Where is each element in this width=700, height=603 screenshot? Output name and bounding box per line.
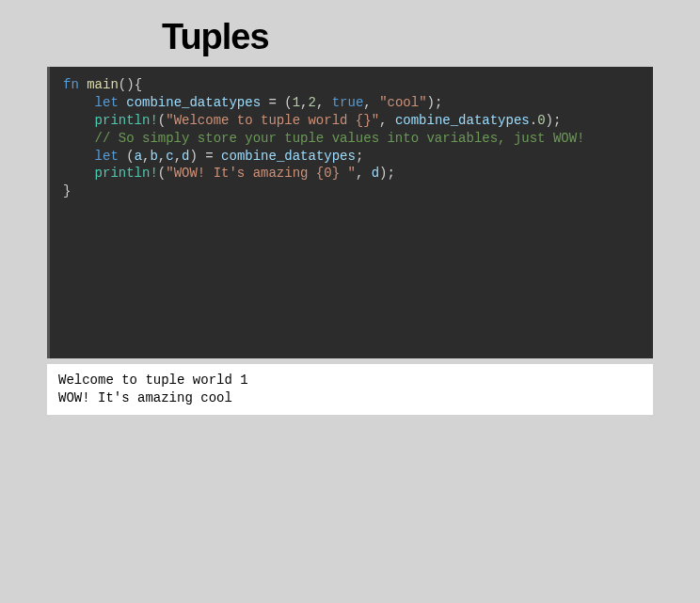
macro-println: println! (95, 113, 158, 128)
code-line: println!("WOW! It's amazing {0} ", d); (63, 165, 640, 182)
indent (63, 113, 95, 128)
punct: ); (427, 95, 443, 110)
ident-c: c (166, 149, 173, 164)
code-line: fn main(){ (63, 76, 640, 94)
keyword-true: true (332, 95, 364, 110)
ident-a: a (135, 149, 142, 164)
keyword-let: let (95, 149, 119, 164)
number-literal: 2 (308, 95, 315, 110)
punct: ; (356, 149, 363, 164)
code-line: let combine_datatypes = (1,2, true, "coo… (63, 94, 640, 112)
ident-b: b (150, 149, 157, 164)
indent (63, 95, 95, 110)
punct: , (316, 95, 332, 110)
string-literal: "WOW! It's amazing {0} " (166, 166, 356, 181)
comment: // So simply store your tuple values int… (95, 131, 585, 146)
keyword-let: let (95, 95, 119, 110)
punct: , (174, 149, 182, 164)
macro-println: println! (95, 166, 158, 181)
number-literal: 1 (293, 95, 300, 110)
ident-d: d (372, 166, 379, 181)
punct: ( (119, 149, 135, 164)
punct: (){ (119, 77, 142, 92)
punct-brace-close: } (63, 183, 71, 198)
punct: ( (158, 166, 166, 181)
punct: ); (546, 113, 562, 128)
punct: . (530, 113, 537, 128)
code-line: // So simply store your tuple values int… (63, 130, 640, 148)
ident-main: main (87, 77, 119, 92)
indent (63, 131, 95, 146)
code-line: let (a,b,c,d) = combine_datatypes; (63, 148, 640, 166)
page-title: Tuples (162, 17, 700, 57)
code-line: } (63, 182, 640, 200)
ident-var: combine_datatypes (221, 149, 356, 164)
output-block: Welcome to tuple world 1WOW! It's amazin… (47, 364, 653, 415)
punct: ); (379, 166, 395, 181)
punct: , (379, 113, 395, 128)
indent (63, 149, 95, 164)
number-literal: 0 (537, 113, 545, 128)
output-line: WOW! It's amazing cool (58, 389, 642, 407)
page-container: Tuples fn main(){ let combine_datatypes … (0, 17, 700, 415)
punct: ) = (189, 149, 221, 164)
code-block: fn main(){ let combine_datatypes = (1,2,… (47, 67, 653, 358)
punct: , (356, 166, 372, 181)
punct: , (363, 95, 379, 110)
ident-var: combine_datatypes (126, 95, 261, 110)
string-literal: "cool" (379, 95, 426, 110)
output-line: Welcome to tuple world 1 (58, 372, 642, 389)
code-line: println!("Welcome to tuple world {}", co… (63, 112, 640, 130)
string-literal: "Welcome to tuple world {}" (166, 113, 379, 128)
punct: = ( (261, 95, 293, 110)
punct: ( (158, 113, 166, 128)
indent (63, 166, 95, 181)
punct: , (158, 149, 166, 164)
keyword-fn: fn (63, 77, 79, 92)
ident-var: combine_datatypes (395, 113, 530, 128)
